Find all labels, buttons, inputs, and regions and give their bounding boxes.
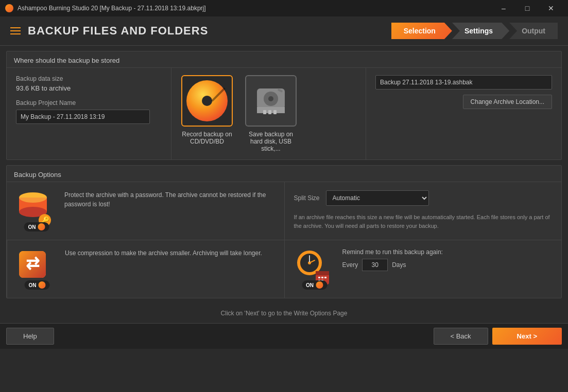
- reminder-icon-wrap: ON: [294, 248, 335, 290]
- svg-rect-23: [316, 271, 329, 275]
- compression-cell: ⇄ ON Use compression to make the archive…: [7, 240, 284, 298]
- reminder-every-label: Every: [342, 261, 358, 269]
- password-toggle-label: ON: [28, 224, 36, 230]
- compression-toggle[interactable]: ON: [25, 280, 50, 290]
- footer-hint: Click on 'Next' to go to the Write Optio…: [0, 304, 568, 323]
- store-section-body: Backup data size 93.6 KB to archive Back…: [7, 68, 561, 159]
- split-size-cell: Split Size Automatic 700 MB (CD) 4.7 GB …: [284, 182, 562, 240]
- split-size-content: Split Size Automatic 700 MB (CD) 4.7 GB …: [294, 190, 553, 230]
- store-center-panel: Record backup on CD/DVD/BD: [171, 68, 366, 159]
- backup-option-cd[interactable]: Record backup on CD/DVD/BD: [179, 75, 235, 145]
- password-toggle[interactable]: ON: [24, 222, 49, 231]
- split-size-label: Split Size: [294, 194, 320, 202]
- back-button[interactable]: < Back: [434, 328, 488, 345]
- next-button[interactable]: Next >: [492, 328, 562, 345]
- page-title: BACKUP FILES AND FOLDERS: [28, 24, 208, 38]
- svg-text:⇄: ⇄: [26, 254, 40, 273]
- backup-options-title: Backup Options: [7, 166, 561, 182]
- window-title: Ashampoo Burning Studio 20 [My Backup - …: [18, 5, 206, 12]
- reminder-toggle[interactable]: ON: [302, 280, 327, 290]
- password-icon-wrap: 🔑 ON: [16, 190, 57, 231]
- store-section: Where should the backup be stored Backup…: [6, 51, 562, 160]
- steps: Selection Settings Output: [391, 23, 558, 39]
- help-button[interactable]: Help: [6, 328, 54, 345]
- cd-hole: [202, 96, 212, 106]
- svg-point-11: [19, 192, 47, 203]
- store-right-panel: Change Archive Location...: [366, 68, 561, 159]
- reminder-days-unit: Days: [392, 261, 406, 269]
- minimize-button[interactable]: –: [492, 0, 515, 16]
- options-grid: 🔑 ON Protect the archive with a password…: [7, 182, 561, 298]
- backup-options-section: Backup Options 🔑 ON: [6, 165, 562, 298]
- backup-project-name-label: Backup Project Name: [16, 99, 162, 106]
- svg-rect-25: [321, 277, 323, 278]
- compression-toggle-dot: [39, 281, 46, 289]
- reminder-row: Every Days: [342, 259, 443, 271]
- password-protect-description: Protect the archive with a password. The…: [64, 190, 275, 209]
- cd-line: [211, 87, 226, 102]
- archive-path-input[interactable]: [375, 75, 552, 90]
- svg-rect-7: [273, 110, 277, 114]
- split-size-select[interactable]: Automatic 700 MB (CD) 4.7 GB (DVD) Custo…: [326, 190, 429, 206]
- svg-point-2: [268, 96, 273, 101]
- split-size-description: If an archive file reaches this size a n…: [294, 213, 553, 230]
- titlebar-controls: – □ ✕: [492, 0, 563, 16]
- svg-rect-26: [324, 277, 326, 278]
- hdd-option-label: Save backup on hard disk, USB stick,...: [243, 131, 299, 152]
- nav-buttons: < Back Next >: [434, 328, 562, 345]
- backup-option-hdd[interactable]: Save backup on hard disk, USB stick,...: [243, 75, 299, 152]
- backup-project-name-input[interactable]: [16, 110, 150, 124]
- password-protect-cell: 🔑 ON Protect the archive with a password…: [7, 182, 284, 240]
- compression-option-text: Use compression to make the archive smal…: [65, 248, 275, 258]
- step-selection[interactable]: Selection: [391, 23, 452, 39]
- step-output[interactable]: Output: [509, 23, 558, 39]
- change-archive-button[interactable]: Change Archive Location...: [463, 95, 552, 109]
- hdd-icon: [253, 84, 289, 118]
- close-button[interactable]: ✕: [539, 0, 563, 16]
- svg-rect-5: [263, 110, 266, 114]
- compression-icon-wrap: ⇄ ON: [16, 248, 58, 290]
- backup-data-size-value: 93.6 KB to archive: [16, 84, 162, 92]
- hdd-option-icon-border: [245, 75, 297, 127]
- cd-icon: [186, 80, 228, 121]
- password-toggle-dot: [38, 223, 45, 230]
- reminder-cell: ON Remind me to run this backup again: E…: [284, 240, 562, 298]
- maximize-button[interactable]: □: [515, 0, 539, 16]
- titlebar-left: Ashampoo Burning Studio 20 [My Backup - …: [5, 4, 206, 12]
- cd-option-label: Record backup on CD/DVD/BD: [179, 131, 235, 145]
- compression-toggle-label: ON: [29, 282, 37, 288]
- header: BACKUP FILES AND FOLDERS Selection Setti…: [0, 16, 568, 46]
- compression-description: Use compression to make the archive smal…: [65, 248, 275, 258]
- backup-data-size-label: Backup data size: [16, 75, 162, 82]
- main-content: Where should the backup be stored Backup…: [0, 51, 568, 298]
- header-left: BACKUP FILES AND FOLDERS: [10, 24, 208, 38]
- svg-rect-6: [268, 110, 271, 114]
- footer-buttons: Help < Back Next >: [0, 323, 568, 349]
- store-left-panel: Backup data size 93.6 KB to archive Back…: [7, 68, 171, 159]
- reminder-label: Remind me to run this backup again:: [342, 248, 443, 256]
- svg-rect-24: [318, 277, 320, 278]
- reminder-toggle-label: ON: [306, 282, 314, 288]
- menu-button[interactable]: [10, 27, 21, 34]
- compression-icon: ⇄: [16, 248, 53, 282]
- step-settings[interactable]: Settings: [452, 23, 509, 39]
- cd-option-icon-border: [181, 75, 233, 127]
- reminder-toggle-dot: [316, 281, 323, 289]
- store-section-title: Where should the backup be stored: [7, 51, 561, 68]
- titlebar: Ashampoo Burning Studio 20 [My Backup - …: [0, 0, 568, 16]
- reminder-right-content: Remind me to run this backup again: Ever…: [342, 248, 443, 271]
- password-option-text: Protect the archive with a password. The…: [64, 190, 275, 209]
- reminder-days-input[interactable]: [362, 259, 388, 271]
- app-icon: [5, 4, 13, 12]
